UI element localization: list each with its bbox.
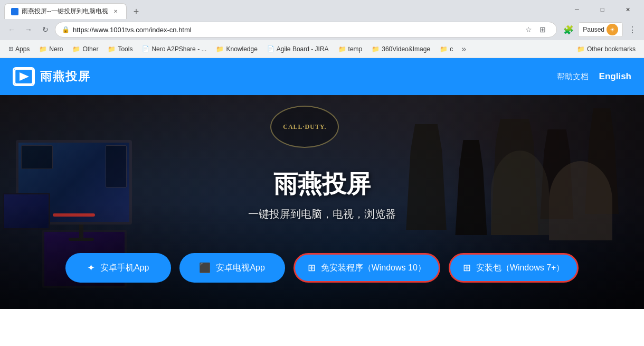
tab-bar: 雨燕投屏--一键投屏到电脑电视 ✕ +	[4, 0, 565, 19]
url-bar[interactable]: 🔒 https://www.1001tvs.com/index-cn.html …	[55, 22, 557, 38]
android-app-label: 安卓手机App	[100, 263, 149, 274]
bookmark-other-label: Other	[82, 45, 98, 53]
bookmark-tools-label: Tools	[118, 45, 132, 53]
tv-app-label: 安卓电视App	[216, 263, 264, 274]
other-bookmarks-label: Other bookmarks	[587, 45, 636, 53]
site-logo[interactable]: 雨燕投屏	[13, 67, 91, 86]
bookmark-agile[interactable]: 📄 Agile Board - JIRA	[263, 43, 333, 55]
help-docs-link[interactable]: 帮助文档	[557, 72, 589, 82]
bookmark-360video[interactable]: 📁 360Video&Image	[367, 43, 434, 55]
nero-folder-icon: 📁	[39, 45, 47, 53]
site-navbar: 雨燕投屏 帮助文档 English	[0, 58, 644, 95]
android-app-button[interactable]: ✦ 安卓手机App	[65, 253, 171, 283]
knowledge-folder-icon: 📁	[216, 45, 224, 53]
address-bar: ← → ↻ 🔒 https://www.1001tvs.com/index-cn…	[0, 19, 644, 40]
tools-folder-icon: 📁	[108, 45, 116, 53]
lock-icon: 🔒	[62, 26, 70, 33]
browser-tab[interactable]: 雨燕投屏--一键投屏到电脑电视 ✕	[4, 3, 127, 19]
bookmark-knowledge-label: Knowledge	[226, 45, 257, 53]
bookmark-temp[interactable]: 📁 temp	[334, 43, 367, 55]
360video-folder-icon: 📁	[372, 45, 380, 53]
other-folder-icon: 📁	[72, 45, 80, 53]
bookmark-nero-a2p[interactable]: 📄 Nero A2PShare - ...	[138, 43, 211, 55]
more-bookmarks-button[interactable]: »	[458, 44, 469, 54]
win7-icon: ⊞	[463, 262, 471, 274]
bookmark-apps-label: Apps	[15, 45, 30, 53]
bookmark-nero-label: Nero	[49, 45, 63, 53]
tv-icon: ⬛	[199, 262, 211, 274]
android-icon: ✦	[87, 262, 95, 274]
win7-button[interactable]: ⊞ 安装包（Windows 7+）	[449, 253, 579, 283]
logo-svg	[14, 69, 33, 85]
maximize-button[interactable]: □	[590, 1, 614, 18]
bookmark-knowledge[interactable]: 📁 Knowledge	[212, 43, 261, 55]
svg-marker-1	[20, 72, 29, 81]
profile-avatar: ☀	[607, 24, 618, 35]
win7-label: 安装包（Windows 7+）	[476, 263, 565, 274]
other-bookmarks-folder-icon: 📁	[577, 45, 585, 53]
logo-icon	[13, 67, 35, 86]
hero-title: 雨燕投屏	[248, 167, 396, 200]
win10-label: 免安装程序（Windows 10）	[321, 263, 426, 274]
win10-button[interactable]: ⊞ 免安装程序（Windows 10）	[293, 253, 440, 283]
bookmark-nero-a2p-label: Nero A2PShare - ...	[151, 45, 206, 53]
extensions-icon[interactable]: 🧩	[561, 22, 576, 37]
reload-button[interactable]: ↻	[38, 22, 53, 37]
hero-subtitle: 一键投屏到电脑，电视，浏览器	[248, 207, 396, 221]
tab-title: 雨燕投屏--一键投屏到电脑电视	[22, 7, 108, 16]
bookmark-agile-label: Agile Board - JIRA	[277, 45, 329, 53]
nero-a2p-page-icon: 📄	[142, 45, 149, 52]
bookmark-star-icon[interactable]: ☆	[525, 25, 532, 34]
url-text: https://www.1001tvs.com/index-cn.html	[73, 26, 522, 34]
bookmark-nero[interactable]: 📁 Nero	[35, 43, 67, 55]
title-bar: 雨燕投屏--一键投屏到电脑电视 ✕ + ─ □ ✕	[0, 0, 644, 19]
bookmark-tools[interactable]: 📁 Tools	[103, 43, 137, 55]
language-switch-english[interactable]: English	[599, 71, 631, 82]
other-bookmarks-button[interactable]: 📁 Other bookmarks	[573, 43, 640, 55]
apps-grid-icon: ⊞	[8, 45, 13, 52]
tab-favicon	[11, 8, 18, 15]
bookmark-360video-label: 360Video&Image	[382, 45, 430, 53]
agile-page-icon: 📄	[267, 45, 274, 52]
nav-right: 帮助文档 English	[557, 71, 631, 82]
download-buttons-container: ✦ 安卓手机App ⬛ 安卓电视App ⊞ 免安装程序（Windows 10） …	[0, 253, 644, 283]
bookmark-c[interactable]: 📁 c	[435, 43, 457, 55]
website-content: CALL·DUTY. 雨燕投屏	[0, 58, 644, 309]
hero-content: 雨燕投屏 一键投屏到电脑，电视，浏览器	[248, 167, 396, 221]
back-button[interactable]: ←	[4, 22, 19, 37]
tab-close-button[interactable]: ✕	[111, 7, 120, 16]
bookmarks-bar: ⊞ Apps 📁 Nero 📁 Other 📁 Tools 📄 Nero A2P…	[0, 40, 644, 58]
audience-area	[354, 98, 644, 267]
browser-menu-button[interactable]: ⋮	[625, 22, 640, 37]
win10-icon: ⊞	[308, 262, 316, 274]
bookmark-c-label: c	[450, 45, 453, 53]
close-button[interactable]: ✕	[615, 1, 640, 18]
bookmark-other[interactable]: 📁 Other	[68, 43, 102, 55]
forward-button[interactable]: →	[21, 22, 36, 37]
tv-app-button[interactable]: ⬛ 安卓电视App	[179, 253, 285, 283]
extension-button[interactable]: ⊞	[535, 22, 550, 37]
paused-label: Paused	[583, 26, 604, 33]
minimize-button[interactable]: ─	[565, 1, 589, 18]
new-tab-button[interactable]: +	[129, 4, 144, 19]
bookmark-apps[interactable]: ⊞ Apps	[4, 43, 34, 55]
paused-badge[interactable]: Paused ☀	[578, 22, 623, 37]
logo-text: 雨燕投屏	[40, 69, 91, 85]
c-folder-icon: 📁	[440, 45, 448, 53]
bookmark-temp-label: temp	[348, 45, 363, 53]
temp-folder-icon: 📁	[338, 45, 346, 53]
window-controls: ─ □ ✕	[565, 1, 640, 18]
